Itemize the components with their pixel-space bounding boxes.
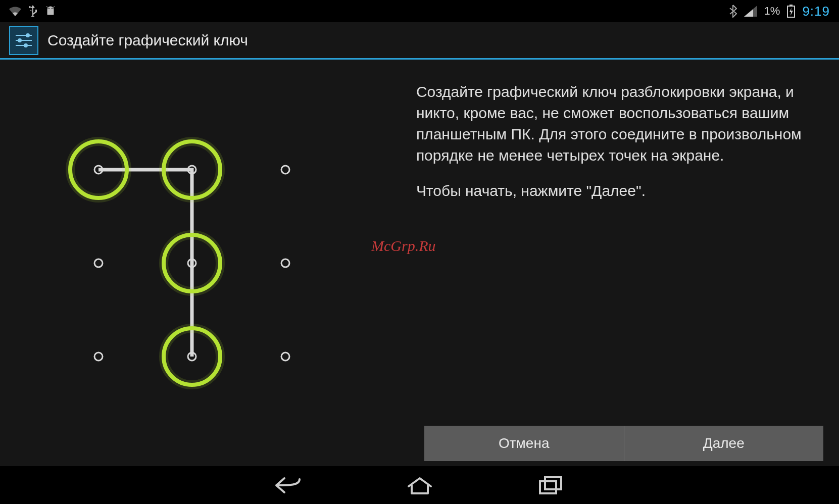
status-right: 1% 9:19 — [729, 4, 830, 19]
instruction-paragraph-1: Создайте графический ключ разблокировки … — [416, 81, 819, 166]
svg-point-21 — [94, 259, 103, 267]
svg-point-1 — [52, 8, 53, 9]
status-clock: 9:19 — [802, 4, 830, 19]
action-bar: Отмена Далее — [424, 426, 823, 461]
usb-icon — [28, 5, 37, 17]
android-debug-icon — [44, 6, 57, 17]
svg-point-24 — [94, 352, 103, 361]
instructions: Создайте графический ключ разблокировки … — [411, 61, 839, 466]
svg-rect-28 — [545, 477, 561, 489]
pattern-lock-grid[interactable] — [0, 61, 411, 466]
svg-rect-3 — [789, 5, 793, 6]
svg-point-20 — [281, 166, 289, 174]
status-bar: 1% 9:19 — [0, 0, 839, 22]
status-left — [9, 5, 57, 17]
cancel-button[interactable]: Отмена — [424, 426, 624, 461]
wifi-weak-icon — [9, 6, 21, 16]
recent-apps-button[interactable] — [533, 473, 569, 497]
home-button[interactable] — [402, 473, 437, 497]
watermark: McGrp.Ru — [371, 237, 435, 255]
signal-icon — [744, 6, 757, 17]
svg-point-0 — [48, 8, 50, 9]
svg-point-23 — [281, 259, 289, 267]
svg-point-5 — [26, 33, 30, 37]
screen: 1% 9:19 Создайте графический ключ — [0, 0, 839, 504]
svg-rect-27 — [540, 481, 556, 493]
instruction-paragraph-2: Чтобы начать, нажмите "Далее". — [416, 180, 819, 201]
bluetooth-icon — [729, 5, 737, 18]
svg-point-7 — [18, 38, 22, 42]
svg-point-9 — [24, 43, 28, 47]
app-header: Создайте графический ключ — [0, 22, 839, 60]
next-button[interactable]: Далее — [624, 426, 824, 461]
settings-icon — [9, 26, 38, 55]
page-title: Создайте графический ключ — [47, 32, 248, 49]
battery-charging-icon — [787, 5, 795, 18]
battery-percent: 1% — [764, 5, 780, 18]
content: Создайте графический ключ разблокировки … — [0, 61, 839, 466]
navigation-bar — [0, 466, 839, 504]
svg-point-26 — [281, 352, 289, 361]
back-button[interactable] — [271, 473, 306, 497]
